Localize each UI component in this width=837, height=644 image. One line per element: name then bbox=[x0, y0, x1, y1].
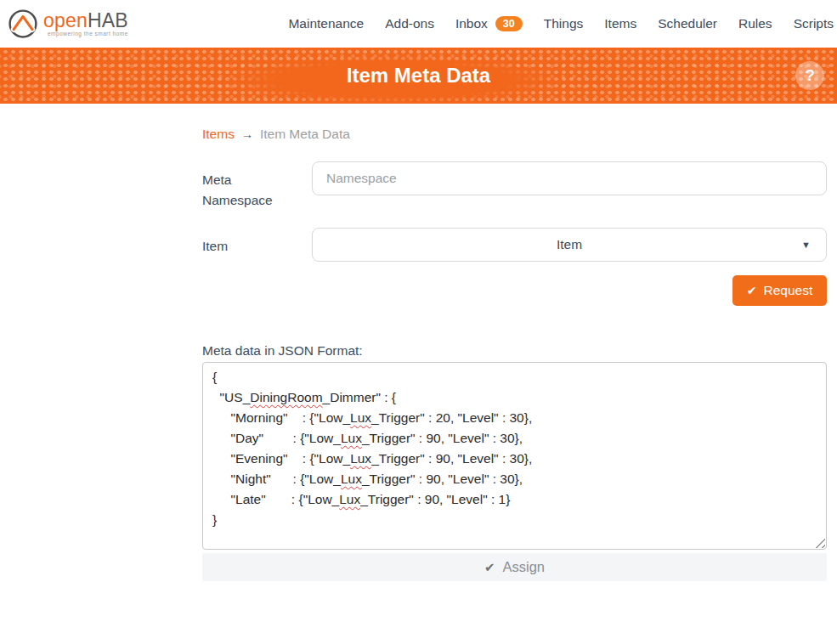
brand-tagline: empowering the smart home bbox=[43, 31, 128, 37]
nav-menu: Maintenance Add-ons Inbox30 Things Items… bbox=[288, 16, 834, 32]
openhab-logo-icon bbox=[7, 8, 39, 40]
brand-open: open bbox=[43, 9, 88, 31]
brand-hab: HAB bbox=[88, 9, 128, 31]
brand-name: openHAB bbox=[43, 11, 128, 31]
request-button-label: Request bbox=[764, 283, 813, 298]
check-icon: ✔ bbox=[747, 285, 757, 297]
check-icon: ✔ bbox=[484, 561, 495, 573]
nav-item-maintenance[interactable]: Maintenance bbox=[288, 16, 364, 31]
meta-namespace-label: Meta Namespace bbox=[202, 170, 300, 211]
nav-item-inbox[interactable]: Inbox30 bbox=[455, 16, 523, 32]
namespace-input[interactable] bbox=[312, 161, 827, 195]
item-select-value: Item bbox=[557, 237, 582, 252]
breadcrumb-arrow-icon: → bbox=[241, 127, 253, 141]
top-navbar: openHAB empowering the smart home Mainte… bbox=[0, 0, 837, 48]
nav-item-things[interactable]: Things bbox=[544, 16, 584, 31]
page-banner: Item Meta Data ? bbox=[0, 48, 837, 104]
item-label: Item bbox=[202, 236, 300, 257]
resize-handle-icon[interactable] bbox=[815, 538, 825, 548]
json-format-label: Meta data in JSON Format: bbox=[202, 343, 363, 359]
nav-item-rules[interactable]: Rules bbox=[738, 16, 772, 31]
breadcrumb: Items → Item Meta Data bbox=[202, 127, 350, 142]
openhab-logo[interactable]: openHAB empowering the smart home bbox=[7, 8, 128, 40]
nav-item-scheduler[interactable]: Scheduler bbox=[658, 16, 717, 31]
inbox-count-badge: 30 bbox=[495, 16, 523, 32]
assign-button[interactable]: ✔ Assign bbox=[202, 553, 827, 581]
nav-item-addons[interactable]: Add-ons bbox=[385, 16, 434, 31]
nav-item-items[interactable]: Items bbox=[604, 16, 636, 31]
breadcrumb-current: Item Meta Data bbox=[260, 127, 350, 142]
json-editor-content: { "US_DiningRoom_Dimmer" : { "Morning" :… bbox=[203, 363, 826, 534]
nav-item-scripts[interactable]: Scripts bbox=[794, 16, 834, 31]
chevron-down-icon: ▼ bbox=[801, 240, 811, 250]
nav-item-inbox-label: Inbox bbox=[455, 16, 488, 31]
assign-button-label: Assign bbox=[503, 559, 546, 575]
json-editor-textarea[interactable]: { "US_DiningRoom_Dimmer" : { "Morning" :… bbox=[202, 362, 827, 550]
request-button[interactable]: ✔ Request bbox=[732, 275, 827, 306]
item-select[interactable]: Item ▼ bbox=[312, 228, 827, 262]
logo-wordmark: openHAB empowering the smart home bbox=[43, 11, 128, 37]
page: openHAB empowering the smart home Mainte… bbox=[0, 0, 837, 644]
help-button[interactable]: ? bbox=[795, 61, 824, 90]
breadcrumb-items-link[interactable]: Items bbox=[202, 127, 235, 142]
page-title: Item Meta Data bbox=[0, 48, 837, 104]
